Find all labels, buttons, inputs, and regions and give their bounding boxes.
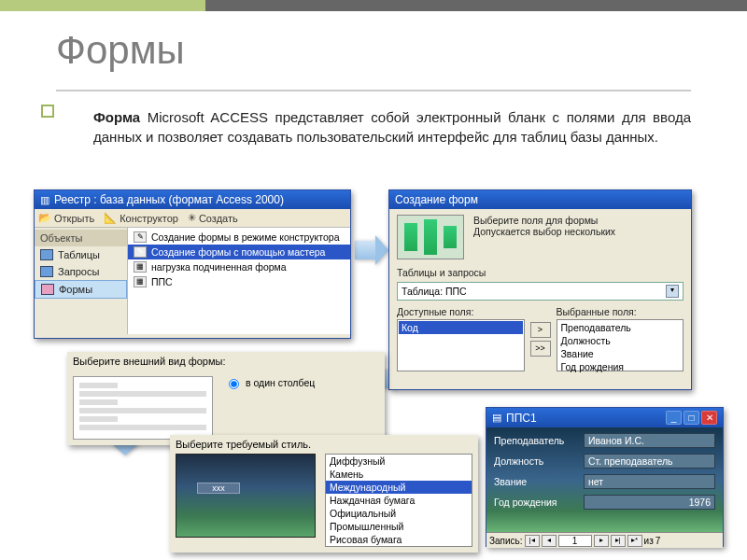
record-number-field[interactable]: 1 bbox=[558, 535, 592, 547]
window-title-text: ППС1 bbox=[506, 412, 537, 425]
toolbar: 📂 Открыть 📐 Конструктор ✳ Создать bbox=[35, 209, 350, 228]
birthyear-field[interactable]: 1976 bbox=[584, 495, 715, 510]
layout-option-column[interactable]: в один столбец bbox=[224, 376, 379, 389]
tables-label: Таблицы и запросы bbox=[389, 265, 691, 280]
available-label: Доступные поля: bbox=[397, 306, 525, 319]
list-item[interactable]: Наждачная бумага bbox=[326, 494, 472, 507]
list-item[interactable]: Преподаватель bbox=[558, 321, 683, 334]
selected-fields-list[interactable]: Преподаватель Должность Звание Год рожде… bbox=[557, 319, 684, 371]
layout-preview-icon bbox=[73, 376, 213, 440]
form-icon: ▤ bbox=[492, 412, 501, 424]
position-field[interactable]: Ст. преподаватель bbox=[584, 454, 715, 469]
list-item[interactable]: Звание bbox=[558, 347, 683, 360]
list-item[interactable]: Международный bbox=[326, 481, 472, 494]
bullet-icon bbox=[41, 105, 54, 118]
slide-accent bbox=[0, 0, 747, 11]
object-list: ✎Создание формы в режиме конструктора ✎С… bbox=[128, 228, 350, 334]
result-form-window[interactable]: ▤ ППС1 _ □ ✕ Преподаватель Должность Зва… bbox=[486, 407, 724, 547]
first-record-button[interactable]: |◂ bbox=[525, 535, 540, 547]
list-item[interactable]: Диффузный bbox=[326, 455, 472, 468]
teacher-field[interactable]: Иванов И.С. bbox=[584, 433, 715, 448]
list-item[interactable]: ✎Создание формы с помощью мастера bbox=[128, 245, 350, 259]
record-navigator: Запись: |◂ ◂ 1 ▸ ▸| ▸* из 7 bbox=[486, 532, 723, 548]
window-title-text: Реестр : база данных (формат Access 2000… bbox=[54, 193, 284, 206]
layout-wizard-panel[interactable]: Выберите внешний вид формы: в один столб… bbox=[67, 352, 385, 445]
next-record-button[interactable]: ▸ bbox=[594, 535, 609, 547]
record-total: 7 bbox=[655, 536, 661, 546]
record-label: Запись: bbox=[489, 536, 523, 546]
sidebar-header: Объекты bbox=[35, 230, 127, 246]
database-window[interactable]: ▥ Реестр : база данных (формат Access 20… bbox=[34, 189, 351, 339]
form-wizard-window[interactable]: Создание форм Выберите поля для формы До… bbox=[388, 189, 692, 390]
sidebar-item-forms[interactable]: Формы bbox=[35, 280, 127, 299]
new-record-button[interactable]: ▸* bbox=[627, 535, 642, 547]
list-item[interactable]: Код bbox=[399, 321, 523, 334]
window-title-text: Создание форм bbox=[395, 193, 478, 206]
add-button[interactable]: > bbox=[530, 322, 551, 338]
list-item[interactable]: Промышленный bbox=[326, 520, 472, 533]
slide-paragraph: Форма Microsoft ACCESS представляет собо… bbox=[93, 107, 691, 147]
divider bbox=[56, 90, 691, 91]
object-sidebar: Объекты Таблицы Запросы Формы bbox=[35, 228, 128, 334]
of-label: из bbox=[644, 536, 654, 546]
design-button[interactable]: 📐 Конструктор bbox=[104, 212, 178, 224]
rank-field[interactable]: нет bbox=[584, 474, 715, 489]
open-button[interactable]: 📂 Открыть bbox=[38, 212, 94, 224]
list-item[interactable]: ▦нагрузка подчиненная форма bbox=[128, 259, 350, 274]
available-fields-list[interactable]: Код bbox=[397, 319, 525, 371]
layout-prompt: Выберите внешний вид формы: bbox=[67, 352, 385, 371]
list-item[interactable]: ▦ППС bbox=[128, 274, 350, 289]
list-item[interactable]: ✎Создание формы в режиме конструктора bbox=[128, 230, 350, 245]
sidebar-item-tables[interactable]: Таблицы bbox=[35, 246, 127, 263]
wizard-thumbnail-icon bbox=[397, 215, 464, 259]
window-titlebar[interactable]: ▤ ППС1 _ □ ✕ bbox=[486, 408, 723, 427]
chevron-down-icon[interactable]: ▾ bbox=[666, 285, 679, 298]
close-button[interactable]: ✕ bbox=[701, 411, 717, 425]
wizard-hint: Выберите поля для формы Допускается выбо… bbox=[473, 215, 684, 259]
list-item[interactable]: Рисовая бумага bbox=[326, 533, 472, 546]
style-prompt: Выберите требуемый стиль. bbox=[170, 435, 478, 454]
style-list[interactable]: Диффузный Камень Международный Наждачная… bbox=[325, 454, 472, 547]
list-item[interactable]: Рисунок Суми bbox=[326, 546, 472, 547]
radio-icon[interactable] bbox=[229, 379, 239, 389]
minimize-button[interactable]: _ bbox=[666, 411, 682, 425]
create-button[interactable]: ✳ Создать bbox=[188, 212, 238, 224]
db-icon: ▥ bbox=[40, 194, 49, 206]
form-labels: Преподаватель Должность Звание Год рожде… bbox=[494, 433, 578, 526]
selected-label: Выбранные поля: bbox=[557, 306, 684, 319]
window-titlebar[interactable]: ▥ Реестр : база данных (формат Access 20… bbox=[35, 190, 350, 209]
prev-record-button[interactable]: ◂ bbox=[542, 535, 557, 547]
list-item[interactable]: Должность bbox=[558, 334, 683, 347]
slide-title: Формы bbox=[56, 28, 185, 73]
maximize-button[interactable]: □ bbox=[684, 411, 699, 425]
list-item[interactable]: Камень bbox=[326, 468, 472, 481]
sidebar-item-queries[interactable]: Запросы bbox=[35, 263, 127, 280]
last-record-button[interactable]: ▸| bbox=[611, 535, 626, 547]
window-titlebar[interactable]: Создание форм bbox=[389, 190, 691, 209]
table-select[interactable]: Таблица: ППС ▾ bbox=[397, 282, 684, 301]
style-preview: xxx bbox=[176, 454, 316, 538]
style-wizard-panel[interactable]: Выберите требуемый стиль. xxx Диффузный … bbox=[170, 435, 478, 553]
add-all-button[interactable]: >> bbox=[530, 341, 551, 357]
list-item[interactable]: Официальный bbox=[326, 507, 472, 520]
list-item[interactable]: Год рождения bbox=[558, 360, 683, 373]
